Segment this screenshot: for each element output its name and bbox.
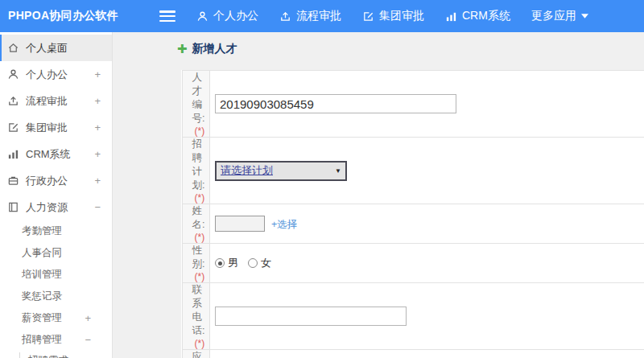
form-value-cell: 男女: [210, 244, 644, 283]
sidebar-item[interactable]: 人事合同: [0, 242, 112, 264]
sidebar-item[interactable]: 人力资源−: [0, 194, 112, 220]
edit-box-icon: [362, 10, 374, 23]
topbar-menu-label: CRM系统: [462, 9, 510, 23]
sidebar-item[interactable]: CRM系统+: [0, 141, 112, 167]
form-label-cell: 联系电话:(*): [182, 283, 210, 350]
topbar-menu-label: 更多应用: [531, 9, 576, 23]
sidebar-item-label: 薪资管理: [22, 311, 62, 325]
radio-label: 男: [228, 256, 238, 270]
sidebar-item[interactable]: 薪资管理+: [0, 307, 112, 329]
recruit-plan-select[interactable]: 请选择计划▼: [215, 161, 347, 181]
name-input-link[interactable]: +选择: [271, 219, 297, 230]
sidebar-item[interactable]: 招聘管理−: [0, 329, 112, 351]
radio-icon[interactable]: [248, 258, 258, 268]
form-value-cell: [210, 71, 644, 138]
page-title: ✚ 新增人才: [177, 42, 237, 56]
sidebar-item-label: 个人办公: [26, 68, 68, 82]
home-icon: [7, 42, 19, 54]
sidebar-item[interactable]: 考勤管理: [0, 220, 112, 242]
sidebar-item[interactable]: 集团审批+: [0, 114, 112, 141]
radio-icon[interactable]: [215, 258, 225, 268]
form-label-cell: 姓名:(*): [182, 204, 210, 244]
form-label-cell: 应聘岗位:(*): [182, 350, 210, 358]
expander-icon[interactable]: +: [94, 68, 101, 80]
field-label: 招聘计划:: [192, 138, 205, 191]
field-label: 应聘岗位:: [192, 351, 205, 358]
form-label-cell: 招聘计划:(*): [182, 138, 210, 204]
topbar-menu-item[interactable]: 个人办公: [196, 9, 258, 23]
required-marker: (*): [195, 232, 205, 243]
caret-down-icon: ▼: [335, 167, 341, 175]
new-talent-form: 人才编号:(*)招聘计划:(*)请选择计划▼姓名:(*)+选择性别:(*)男女联…: [181, 70, 644, 358]
sidebar-item-label: 人事合同: [22, 246, 62, 260]
form-row: 人才编号:(*): [182, 71, 644, 138]
required-marker: (*): [195, 126, 205, 137]
expander-icon[interactable]: +: [94, 121, 101, 134]
sidebar-item-label: 招聘管理: [22, 333, 62, 347]
talent-id-input[interactable]: [215, 94, 456, 113]
page-title-text: 新增人才: [192, 42, 237, 56]
person-icon: [196, 10, 208, 23]
topbar-menu: 个人办公流程审批集团审批CRM系统更多应用: [196, 9, 588, 23]
form-value-cell: 请选择计划▼: [210, 138, 644, 204]
sidebar-item-label: 人力资源: [26, 200, 68, 215]
topbar-menu-item[interactable]: CRM系统: [445, 9, 510, 23]
expander-icon[interactable]: +: [94, 175, 101, 187]
flow-send-icon: [279, 10, 291, 23]
sidebar-item[interactable]: 奖惩记录: [0, 286, 112, 307]
topbar-menu-label: 流程审批: [296, 9, 341, 23]
bar-chart-icon: [7, 148, 19, 160]
radio-option[interactable]: 女: [248, 256, 271, 270]
app-logo-text: PHPOA协同办公软件: [8, 9, 153, 23]
sidebar-item-label: 奖惩记录: [22, 290, 62, 303]
sidebar-item[interactable]: 招聘需求: [0, 351, 112, 358]
required-marker: (*): [195, 192, 205, 204]
bar-chart-icon: [445, 10, 457, 23]
form-label-cell: 人才编号:(*): [182, 71, 210, 138]
phone-input[interactable]: [215, 307, 407, 326]
hamburger-icon[interactable]: [159, 10, 175, 22]
sidebar-item[interactable]: 个人桌面: [0, 35, 112, 61]
book-icon: [7, 201, 19, 213]
form-row: 招聘计划:(*)请选择计划▼: [182, 138, 644, 204]
sidebar-item[interactable]: 培训管理: [0, 264, 112, 286]
topbar-menu-item[interactable]: 集团审批: [362, 9, 424, 23]
expander-icon[interactable]: +: [85, 312, 91, 324]
select-value: 请选择计划: [221, 163, 273, 178]
sidebar-item-label: 行政办公: [26, 174, 68, 188]
radio-label: 女: [261, 256, 271, 270]
topbar: PHPOA协同办公软件 个人办公流程审批集团审批CRM系统更多应用: [0, 0, 644, 32]
topbar-menu-label: 个人办公: [213, 9, 258, 23]
sidebar-item-label: CRM系统: [26, 147, 71, 162]
sidebar-item[interactable]: 行政办公+: [0, 167, 112, 194]
sidebar-item-label: 集团审批: [26, 121, 68, 135]
form-value-cell: +选择: [210, 204, 644, 244]
briefcase-icon: [7, 175, 19, 187]
name-input[interactable]: [215, 216, 265, 232]
field-label: 人才编号:: [192, 72, 205, 124]
required-marker: (*): [195, 338, 205, 349]
sidebar: 个人桌面个人办公+流程审批+集团审批+CRM系统+行政办公+人力资源−考勤管理人…: [0, 32, 113, 358]
caret-down-icon: [581, 14, 588, 19]
expander-icon[interactable]: +: [94, 95, 101, 107]
expander-icon[interactable]: −: [85, 334, 91, 346]
expander-icon[interactable]: +: [94, 148, 101, 160]
form-row: 姓名:(*)+选择: [182, 204, 644, 244]
flow-send-icon: [7, 95, 19, 107]
field-label: 性别:: [192, 245, 205, 270]
plus-icon: ✚: [177, 42, 188, 56]
edit-box-icon: [7, 121, 19, 134]
topbar-menu-item[interactable]: 流程审批: [279, 9, 341, 23]
form-row: 应聘岗位:(*)▼: [182, 350, 644, 358]
sidebar-item[interactable]: 流程审批+: [0, 88, 112, 114]
sidebar-item-label: 个人桌面: [26, 41, 68, 56]
expander-icon[interactable]: −: [94, 201, 101, 213]
sidebar-item-label: 培训管理: [22, 268, 62, 282]
field-label: 联系电话:: [192, 284, 205, 336]
form-label-cell: 性别:(*): [182, 244, 210, 283]
topbar-menu-item[interactable]: 更多应用: [531, 9, 588, 23]
sidebar-item[interactable]: 个人办公+: [0, 61, 112, 88]
sidebar-item-label: 流程审批: [26, 94, 68, 109]
form-row: 联系电话:(*): [182, 283, 644, 350]
radio-option[interactable]: 男: [215, 256, 238, 270]
